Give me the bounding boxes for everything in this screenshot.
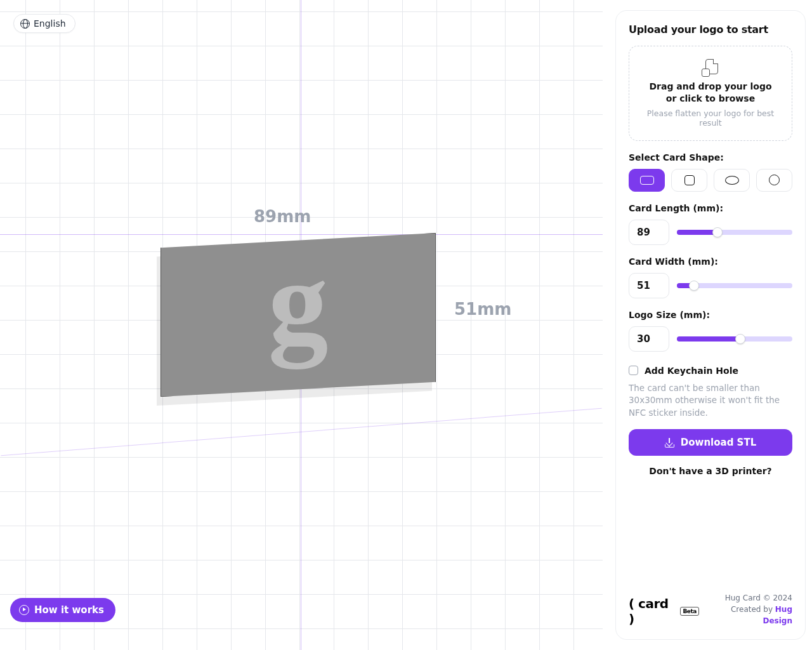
- shape-selector: [629, 169, 792, 192]
- download-stl-button[interactable]: Download STL: [629, 429, 792, 456]
- card-face: g: [160, 233, 436, 397]
- slider-thumb[interactable]: [689, 281, 699, 291]
- play-icon: [19, 605, 29, 615]
- copyright: Hug Card © 2024: [699, 592, 792, 604]
- slider-thumb[interactable]: [735, 334, 745, 344]
- settings-sidebar: Upload your logo to start Drag and drop …: [615, 10, 806, 640]
- shape-rectangle[interactable]: [629, 169, 665, 192]
- language-selector[interactable]: English: [13, 14, 75, 33]
- length-slider[interactable]: [677, 230, 792, 235]
- length-input[interactable]: 89: [629, 220, 669, 245]
- logo-size-input[interactable]: 30: [629, 326, 669, 352]
- beta-badge: Beta: [680, 607, 698, 616]
- logo-size-slider[interactable]: [677, 336, 792, 342]
- language-label: English: [34, 18, 66, 29]
- keychain-row[interactable]: Add Keychain Hole: [629, 366, 792, 376]
- ellipse-icon: [725, 176, 739, 185]
- file-upload-icon: [703, 59, 718, 76]
- shape-circle[interactable]: [756, 169, 792, 192]
- download-icon: [665, 438, 674, 448]
- brand-logo: ( card ) Beta: [629, 596, 699, 627]
- logo-size-label: Logo Size (mm):: [629, 310, 792, 320]
- keychain-checkbox[interactable]: [629, 366, 638, 375]
- square-icon: [684, 175, 695, 185]
- rectangle-icon: [640, 176, 654, 185]
- length-label: Card Length (mm):: [629, 203, 792, 213]
- shape-square[interactable]: [671, 169, 707, 192]
- canvas-3d-view[interactable]: 89mm 51mm g: [0, 0, 603, 650]
- brand-text: ( card ): [629, 596, 678, 627]
- globe-icon: [20, 19, 30, 29]
- size-note: The card can't be smaller than 30x30mm o…: [629, 382, 792, 420]
- upload-dropzone[interactable]: Drag and drop your logo or click to brow…: [629, 46, 792, 141]
- perspective-line: [1, 408, 601, 456]
- circle-icon: [769, 175, 780, 185]
- dimension-length-label: 89mm: [254, 207, 311, 226]
- download-label: Download STL: [681, 437, 756, 448]
- dropzone-text: Drag and drop your logo or click to brow…: [645, 81, 776, 105]
- keychain-label: Add Keychain Hole: [645, 366, 738, 376]
- footer-text: Hug Card © 2024 Created by Hug Design: [699, 592, 792, 627]
- sidebar-title: Upload your logo to start: [629, 23, 792, 36]
- sidebar-footer: ( card ) Beta Hug Card © 2024 Created by…: [629, 592, 792, 627]
- shape-label: Select Card Shape:: [629, 152, 792, 162]
- width-input[interactable]: 51: [629, 273, 669, 298]
- shape-ellipse[interactable]: [714, 169, 750, 192]
- slider-fill: [677, 336, 740, 342]
- card-preview[interactable]: g: [160, 233, 436, 397]
- no-printer-link[interactable]: Don't have a 3D printer?: [629, 466, 792, 476]
- created-by: Created by: [731, 605, 775, 614]
- width-slider[interactable]: [677, 283, 792, 288]
- dimension-width-label: 51mm: [454, 300, 511, 319]
- how-it-works-button[interactable]: How it works: [10, 598, 115, 622]
- slider-fill: [677, 230, 717, 235]
- logo-glyph: g: [268, 242, 329, 362]
- how-label: How it works: [34, 604, 104, 616]
- dropzone-subtext: Please flatten your logo for best result: [645, 109, 776, 128]
- slider-thumb[interactable]: [712, 227, 723, 237]
- width-label: Card Width (mm):: [629, 256, 792, 267]
